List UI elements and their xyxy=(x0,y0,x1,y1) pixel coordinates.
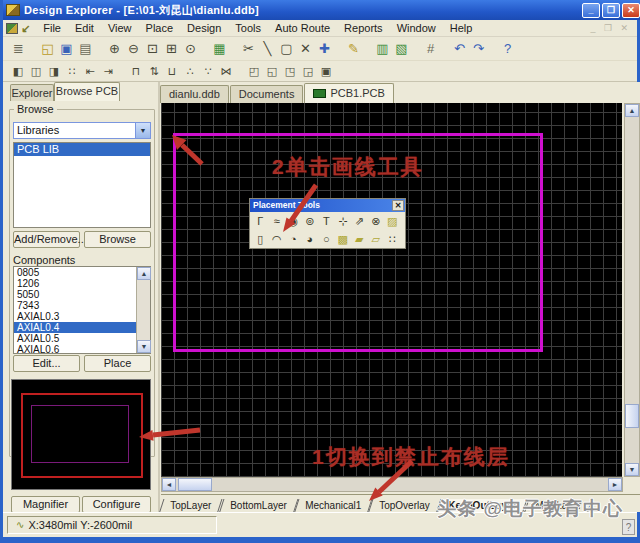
menu-view[interactable]: View xyxy=(101,21,139,35)
interactive-route-icon[interactable]: ≈ xyxy=(269,213,286,229)
move-icon[interactable]: ✚ xyxy=(315,40,334,58)
library-list-item[interactable]: PCB LIB xyxy=(14,143,150,156)
component-array-icon[interactable]: ∷ xyxy=(384,231,401,247)
tab-documents[interactable]: Documents xyxy=(230,85,304,103)
menu-help[interactable]: Help xyxy=(443,21,480,35)
menu-auto-route[interactable]: Auto Route xyxy=(268,21,337,35)
tab-explorer[interactable]: Explorer xyxy=(10,84,54,101)
grid-icon[interactable]: # xyxy=(421,40,440,58)
space-v-shrink-icon[interactable]: ∵ xyxy=(199,62,217,80)
arrange-rect-icon[interactable]: ◱ xyxy=(263,62,281,80)
space-h-equal-icon[interactable]: ∷ xyxy=(63,62,81,80)
list-item[interactable]: 7343 xyxy=(14,300,150,311)
list-item-selected[interactable]: AXIAL0.4 xyxy=(14,322,150,333)
add-remove-button[interactable]: Add/Remove... xyxy=(13,231,80,248)
horizontal-scroll-thumb[interactable] xyxy=(178,478,212,491)
space-v-grow-icon[interactable]: ⋈ xyxy=(217,62,235,80)
line-icon[interactable]: ╲ xyxy=(258,40,277,58)
align-right-icon[interactable]: ◨ xyxy=(45,62,63,80)
tab-pcb1-pcb[interactable]: PCB1.PCB xyxy=(304,83,393,103)
menu-design[interactable]: Design xyxy=(180,21,228,35)
scroll-down-icon[interactable]: ▼ xyxy=(625,463,639,476)
library-nets-icon[interactable]: ▧ xyxy=(392,40,411,58)
zoom-document-icon[interactable]: ⊞ xyxy=(162,40,181,58)
cut-icon[interactable]: ✂ xyxy=(239,40,258,58)
fill-hatch-icon[interactable]: ▨ xyxy=(384,213,401,229)
dimension-icon[interactable]: ⇗ xyxy=(351,213,368,229)
clear-icon[interactable]: ✕ xyxy=(296,40,315,58)
tab-dianlu-ddb[interactable]: dianlu.ddb xyxy=(160,85,229,103)
align-bottom-icon[interactable]: ⊔ xyxy=(163,62,181,80)
scroll-right-icon[interactable]: ► xyxy=(608,478,622,491)
menu-edit[interactable]: Edit xyxy=(68,21,101,35)
pencil-icon[interactable]: ✎ xyxy=(344,40,363,58)
list-item[interactable]: 1206 xyxy=(14,278,150,289)
align-top-icon[interactable]: ⊓ xyxy=(127,62,145,80)
configure-button[interactable]: Configure xyxy=(82,496,151,513)
align-middle-icon[interactable]: ⇅ xyxy=(145,62,163,80)
arrange-board-icon[interactable]: ▣ xyxy=(317,62,335,80)
move-to-grid-icon[interactable]: ◳ xyxy=(281,62,299,80)
arrange-room-icon[interactable]: ◰ xyxy=(245,62,263,80)
tab-browse-pcb[interactable]: Browse PCB xyxy=(54,82,120,101)
full-circle-icon[interactable]: ○ xyxy=(318,231,335,247)
pad-icon[interactable]: ◉ xyxy=(285,213,302,229)
down-arrow-icon[interactable]: ↙ xyxy=(21,22,30,35)
scroll-up-icon[interactable]: ▲ xyxy=(137,267,151,280)
list-item[interactable]: 0805 xyxy=(14,267,150,278)
components-scrollbar[interactable]: ▲ ▼ xyxy=(136,267,150,353)
scroll-left-icon[interactable]: ◄ xyxy=(162,478,176,491)
zoom-in-icon[interactable]: ⊕ xyxy=(105,40,124,58)
help-icon[interactable]: ? xyxy=(498,40,517,58)
list-item[interactable]: AXIAL0.6 xyxy=(14,344,150,355)
menu-file[interactable]: File xyxy=(36,21,68,35)
list-item[interactable]: AXIAL0.5 xyxy=(14,333,150,344)
restore-button[interactable]: ❐ xyxy=(602,3,620,18)
libraries-dropdown[interactable]: Libraries ▼ xyxy=(13,122,151,139)
horizontal-scrollbar[interactable]: ◄ ► xyxy=(161,477,623,492)
close-button[interactable]: ✕ xyxy=(622,3,640,18)
library-components-icon[interactable]: ▥ xyxy=(373,40,392,58)
space-h-grow-icon[interactable]: ⇥ xyxy=(99,62,117,80)
chevron-down-icon[interactable]: ▼ xyxy=(135,123,150,138)
arrange-outside-icon[interactable]: ◲ xyxy=(299,62,317,80)
vertical-scrollbar[interactable]: ▲ ▼ xyxy=(624,103,640,477)
coordinate-icon[interactable]: ⊹ xyxy=(335,213,352,229)
zoom-window-icon[interactable]: ⊡ xyxy=(143,40,162,58)
scroll-down-icon[interactable]: ▼ xyxy=(137,340,151,353)
magnifier-button[interactable]: Magnifier xyxy=(11,496,80,513)
paste-array-icon[interactable]: ▱ xyxy=(368,231,385,247)
board-preview[interactable] xyxy=(11,379,151,490)
menu-reports[interactable]: Reports xyxy=(337,21,390,35)
arc-edge-icon[interactable]: ◠ xyxy=(269,231,286,247)
list-item[interactable]: 5050 xyxy=(14,289,150,300)
no-erc-icon[interactable]: ⊗ xyxy=(368,213,385,229)
place-button[interactable]: Place xyxy=(84,355,151,372)
board-icon[interactable]: ▦ xyxy=(210,40,229,58)
vertical-scroll-thumb[interactable] xyxy=(625,404,639,428)
text-icon[interactable]: T xyxy=(318,213,335,229)
zoom-point-icon[interactable]: ⊙ xyxy=(181,40,200,58)
scroll-up-icon[interactable]: ▲ xyxy=(625,104,639,117)
save-icon[interactable]: ▣ xyxy=(57,40,76,58)
print-icon[interactable]: ▤ xyxy=(76,40,95,58)
list-item[interactable]: AXIAL0.3 xyxy=(14,311,150,322)
explorer-icon[interactable]: ≣ xyxy=(9,40,28,58)
room-icon[interactable]: ▯ xyxy=(252,231,269,247)
align-left-icon[interactable]: ◧ xyxy=(9,62,27,80)
placement-tools-titlebar[interactable]: Placement Tools ✕ xyxy=(250,199,405,212)
menu-tools[interactable]: Tools xyxy=(228,21,268,35)
polygon-plane-icon[interactable]: ▰ xyxy=(351,231,368,247)
menu-place[interactable]: Place xyxy=(139,21,181,35)
close-icon[interactable]: ✕ xyxy=(392,200,404,211)
align-center-h-icon[interactable]: ◫ xyxy=(27,62,45,80)
arc-angle-icon[interactable]: ◕ xyxy=(302,231,319,247)
menu-window[interactable]: Window xyxy=(390,21,443,35)
select-icon[interactable]: ▢ xyxy=(277,40,296,58)
undo-icon[interactable]: ↶ xyxy=(450,40,469,58)
zoom-out-icon[interactable]: ⊖ xyxy=(124,40,143,58)
fill-rect-icon[interactable]: ▩ xyxy=(335,231,352,247)
edit-button[interactable]: Edit... xyxy=(13,355,80,372)
space-h-shrink-icon[interactable]: ⇤ xyxy=(81,62,99,80)
track-icon[interactable]: Γ xyxy=(252,213,269,229)
